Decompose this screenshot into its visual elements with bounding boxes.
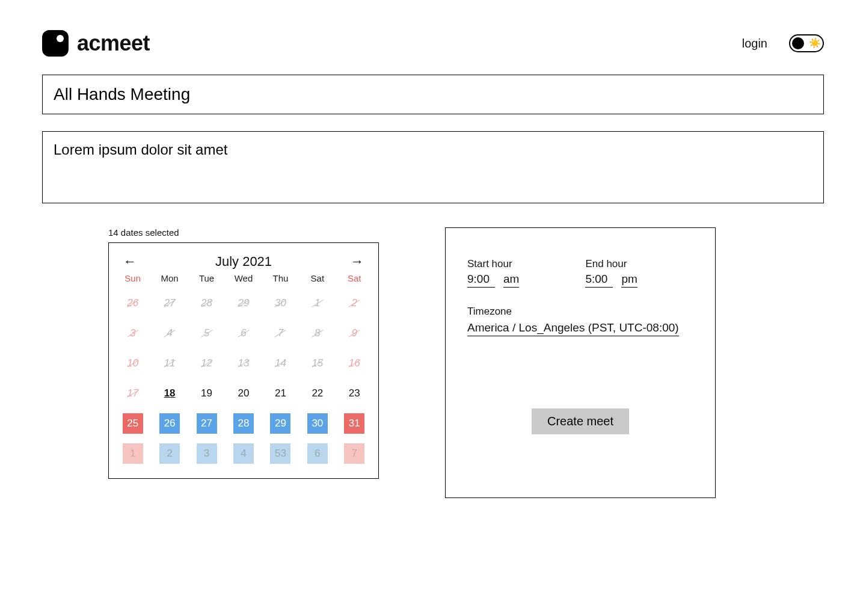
meeting-description-input[interactable]: Lorem ipsum dolor sit amet bbox=[42, 131, 824, 203]
selected-dates-count: 14 dates selected bbox=[108, 227, 379, 238]
create-meet-button[interactable]: Create meet bbox=[532, 408, 629, 434]
calendar-day: 28 bbox=[197, 293, 217, 313]
calendar-day[interactable]: 53 bbox=[270, 443, 290, 464]
calendar-day: 13 bbox=[233, 353, 254, 374]
calendar-day: 26 bbox=[123, 293, 143, 313]
calendar-day: 16 bbox=[344, 353, 364, 374]
start-hour-field: Start hour 9:00 am bbox=[467, 258, 519, 288]
next-month-button[interactable]: → bbox=[347, 254, 367, 270]
calendar-day[interactable]: 4 bbox=[233, 443, 254, 464]
calendar-dow: Sat bbox=[342, 273, 367, 283]
sun-icon: ☀️ bbox=[809, 38, 821, 48]
calendar-day[interactable]: 27 bbox=[197, 413, 217, 434]
calendar-day: 8 bbox=[307, 323, 328, 343]
start-hour-label: Start hour bbox=[467, 258, 519, 270]
calendar-day[interactable]: 3 bbox=[197, 443, 217, 464]
calendar-day[interactable]: 6 bbox=[307, 443, 328, 464]
calendar-day: 4 bbox=[159, 323, 180, 343]
calendar-day: 27 bbox=[159, 293, 180, 313]
calendar-day[interactable]: 22 bbox=[307, 383, 328, 404]
calendar-day: 3 bbox=[123, 323, 143, 343]
calendar-day: 12 bbox=[197, 353, 217, 374]
calendar-month-label: July 2021 bbox=[215, 254, 272, 270]
calendar-day[interactable]: 31 bbox=[344, 413, 364, 434]
calendar-column: 14 dates selected ← July 2021 → SunMonTu… bbox=[108, 227, 379, 479]
end-hour-ampm[interactable]: pm bbox=[621, 273, 637, 288]
timezone-value[interactable]: America / Los_Angeles (PST, UTC-08:00) bbox=[467, 321, 679, 336]
calendar-day: 2 bbox=[344, 293, 364, 313]
brand-icon bbox=[42, 30, 69, 57]
calendar-day[interactable]: 30 bbox=[307, 413, 328, 434]
time-panel: Start hour 9:00 am End hour 5:00 pm Time… bbox=[445, 227, 716, 498]
calendar-day: 10 bbox=[123, 353, 143, 374]
brand: acmeet bbox=[42, 30, 150, 57]
end-hour-field: End hour 5:00 pm bbox=[585, 258, 637, 288]
calendar-day: 17 bbox=[123, 383, 143, 404]
calendar-day[interactable]: 26 bbox=[159, 413, 180, 434]
end-hour-value[interactable]: 5:00 bbox=[585, 273, 613, 288]
prev-month-button[interactable]: ← bbox=[120, 254, 140, 270]
theme-toggle-knob bbox=[792, 37, 804, 49]
calendar-dow: Thu bbox=[268, 273, 293, 283]
calendar-day: 29 bbox=[233, 293, 254, 313]
calendar-day: 30 bbox=[270, 293, 290, 313]
topbar: acmeet login ☀️ bbox=[42, 24, 824, 75]
calendar-day: 1 bbox=[307, 293, 328, 313]
calendar-day: 7 bbox=[270, 323, 290, 343]
calendar-day[interactable]: 18 bbox=[159, 383, 180, 404]
end-hour-label: End hour bbox=[585, 258, 637, 270]
calendar-day: 14 bbox=[270, 353, 290, 374]
calendar-dow: Sat bbox=[304, 273, 330, 283]
login-link[interactable]: login bbox=[742, 37, 767, 51]
calendar-day[interactable]: 25 bbox=[123, 413, 143, 434]
calendar-dow: Wed bbox=[230, 273, 256, 283]
start-hour-value[interactable]: 9:00 bbox=[467, 273, 495, 288]
calendar-day: 5 bbox=[197, 323, 217, 343]
calendar-day[interactable]: 29 bbox=[270, 413, 290, 434]
top-right: login ☀️ bbox=[742, 34, 824, 52]
calendar-dow: Mon bbox=[156, 273, 182, 283]
calendar-grid: SunMonTueWedThuSatSat2627282930123456789… bbox=[120, 273, 367, 464]
calendar: ← July 2021 → SunMonTueWedThuSatSat26272… bbox=[108, 242, 379, 479]
calendar-day: 11 bbox=[159, 353, 180, 374]
timezone-label: Timezone bbox=[467, 306, 693, 318]
calendar-day[interactable]: 20 bbox=[233, 383, 254, 404]
calendar-day[interactable]: 1 bbox=[123, 443, 143, 464]
calendar-dow: Tue bbox=[194, 273, 220, 283]
calendar-day: 6 bbox=[233, 323, 254, 343]
timezone-field: Timezone America / Los_Angeles (PST, UTC… bbox=[467, 306, 693, 336]
calendar-header: ← July 2021 → bbox=[120, 254, 367, 270]
theme-toggle[interactable]: ☀️ bbox=[789, 34, 824, 52]
calendar-day: 9 bbox=[344, 323, 364, 343]
meeting-title-input[interactable] bbox=[42, 75, 824, 114]
brand-name: acmeet bbox=[77, 31, 150, 56]
calendar-day[interactable]: 23 bbox=[344, 383, 364, 404]
start-hour-ampm[interactable]: am bbox=[503, 273, 519, 288]
calendar-day[interactable]: 2 bbox=[159, 443, 180, 464]
calendar-day[interactable]: 21 bbox=[270, 383, 290, 404]
calendar-day: 15 bbox=[307, 353, 328, 374]
calendar-day[interactable]: 28 bbox=[233, 413, 254, 434]
calendar-day[interactable]: 7 bbox=[344, 443, 364, 464]
calendar-dow: Sun bbox=[120, 273, 146, 283]
calendar-day[interactable]: 19 bbox=[197, 383, 217, 404]
